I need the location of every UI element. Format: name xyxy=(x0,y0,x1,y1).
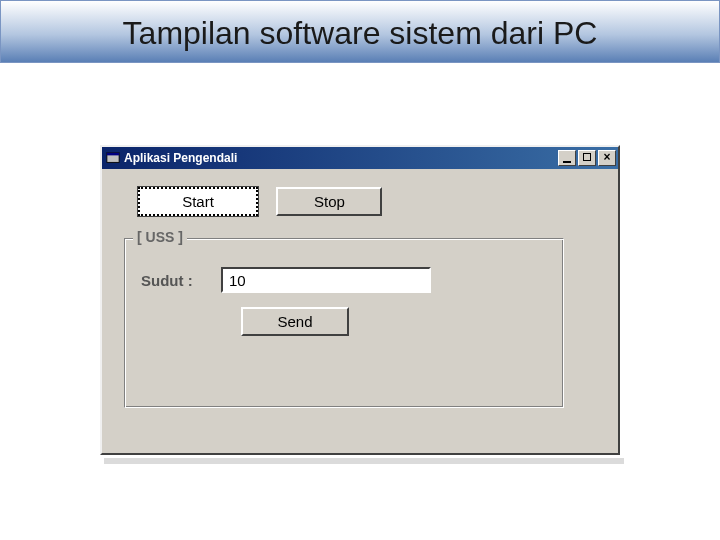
minimize-button[interactable] xyxy=(558,150,576,166)
sudut-input[interactable] xyxy=(221,267,431,293)
minimize-icon xyxy=(559,161,575,163)
sudut-label: Sudut : xyxy=(141,272,221,289)
close-button[interactable]: × xyxy=(598,150,616,166)
svg-rect-1 xyxy=(107,153,119,156)
slide-title: Tampilan software sistem dari PC xyxy=(1,15,719,52)
frame-legend: [ USS ] xyxy=(133,229,187,245)
window-body: Start Stop [ USS ] Sudut : Send xyxy=(102,169,618,453)
window-controls: × xyxy=(556,150,616,166)
window-title: Aplikasi Pengendali xyxy=(124,151,556,165)
maximize-icon xyxy=(579,153,595,161)
uss-frame: [ USS ] Sudut : Send xyxy=(124,238,564,408)
send-button[interactable]: Send xyxy=(241,307,349,336)
window-titlebar: Aplikasi Pengendali × xyxy=(102,147,618,169)
slide-title-bar: Tampilan software sistem dari PC xyxy=(0,0,720,63)
app-icon xyxy=(106,151,120,165)
window-shadow xyxy=(104,458,624,464)
app-window: Aplikasi Pengendali × Start Stop [ USS ]… xyxy=(100,145,620,455)
start-button[interactable]: Start xyxy=(138,187,258,216)
maximize-button[interactable] xyxy=(578,150,596,166)
stop-button[interactable]: Stop xyxy=(276,187,382,216)
